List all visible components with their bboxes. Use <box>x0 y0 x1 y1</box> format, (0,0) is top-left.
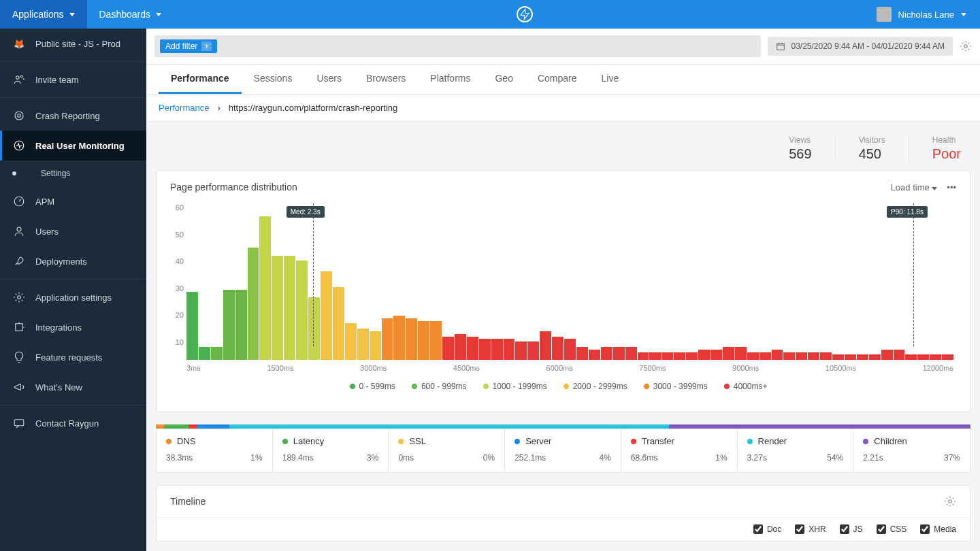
metric-cell-ssl[interactable]: SSL0ms0% <box>389 429 505 472</box>
settings-icon[interactable] <box>960 40 972 52</box>
histogram-bar[interactable] <box>357 329 369 360</box>
metric-cell-children[interactable]: Children2.21s37% <box>853 429 970 472</box>
histogram-bar[interactable] <box>930 354 941 360</box>
histogram-bar[interactable] <box>296 261 308 360</box>
histogram-bar[interactable] <box>321 271 332 360</box>
metric-cell-dns[interactable]: DNS38.3ms1% <box>157 429 273 472</box>
histogram-bar[interactable] <box>772 350 783 360</box>
histogram-bar[interactable] <box>211 347 223 360</box>
histogram-bar[interactable] <box>625 347 637 360</box>
breadcrumb-root[interactable]: Performance <box>159 103 209 113</box>
histogram-bar[interactable] <box>442 337 454 361</box>
sidebar-item-apm[interactable]: APM <box>0 186 146 216</box>
sidebar-item-contact[interactable]: Contact Raygun <box>0 408 146 438</box>
histogram-bar[interactable] <box>515 341 527 360</box>
timeline-check-doc[interactable]: Doc <box>753 524 781 534</box>
histogram-bar[interactable] <box>430 321 442 361</box>
legend-item[interactable]: 1000 - 1999ms <box>483 382 547 391</box>
applications-menu[interactable]: Applications <box>0 0 87 29</box>
metric-cell-latency[interactable]: Latency189.4ms3% <box>273 429 389 472</box>
histogram-bar[interactable] <box>223 290 235 361</box>
histogram-bar[interactable] <box>917 354 929 360</box>
legend-item[interactable]: 600 - 999ms <box>412 382 467 391</box>
timeline-check-js[interactable]: JS <box>840 524 863 534</box>
avatar[interactable] <box>877 7 892 22</box>
histogram-bar[interactable] <box>455 334 466 360</box>
timeline-check-media[interactable]: Media <box>920 524 956 534</box>
histogram-bar[interactable] <box>905 354 917 360</box>
histogram-bar[interactable] <box>662 352 673 361</box>
histogram-bar[interactable] <box>845 354 856 360</box>
histogram-bar[interactable] <box>406 318 417 360</box>
histogram-bar[interactable] <box>479 339 491 360</box>
load-time-selector[interactable]: Load time <box>891 182 938 193</box>
tab-users[interactable]: Users <box>304 65 354 94</box>
histogram-bar[interactable] <box>881 350 893 360</box>
histogram-bar[interactable] <box>259 216 271 360</box>
histogram-bar[interactable] <box>649 352 661 361</box>
dashboards-menu[interactable]: Dashboards <box>87 0 174 29</box>
tab-sessions[interactable]: Sessions <box>242 65 305 94</box>
histogram-bar[interactable] <box>601 347 612 360</box>
legend-item[interactable]: 4000ms+ <box>724 382 768 391</box>
histogram-bar[interactable] <box>186 292 198 360</box>
histogram-bar[interactable] <box>467 337 478 361</box>
histogram-bar[interactable] <box>820 352 832 361</box>
histogram-bar[interactable] <box>199 347 210 360</box>
sidebar-item-rum[interactable]: Real User Monitoring <box>0 131 146 161</box>
checkbox[interactable] <box>920 524 930 534</box>
legend-item[interactable]: 3000 - 3999ms <box>644 382 708 391</box>
tab-compare[interactable]: Compare <box>525 65 589 94</box>
histogram-bar[interactable] <box>832 354 844 360</box>
histogram-bar[interactable] <box>698 350 710 360</box>
histogram-bar[interactable] <box>345 323 357 360</box>
date-range-picker[interactable]: 03/25/2020 9:44 AM - 04/01/2020 9:44 AM <box>768 37 953 56</box>
histogram-bar[interactable] <box>504 339 515 360</box>
histogram-bar[interactable] <box>527 341 539 360</box>
histogram-bar[interactable] <box>894 350 905 360</box>
histogram-bar[interactable] <box>284 256 295 360</box>
timeline-check-xhr[interactable]: XHR <box>795 524 826 534</box>
logo-icon[interactable] <box>517 6 533 22</box>
histogram-bar[interactable] <box>857 354 868 360</box>
add-filter-button[interactable]: Add filter + <box>160 39 217 53</box>
sidebar-item-app[interactable]: 🦊 Public site - JS - Prod <box>0 29 146 59</box>
sidebar-item-deployments[interactable]: Deployments <box>0 246 146 276</box>
histogram-bar[interactable] <box>710 350 722 360</box>
checkbox[interactable] <box>877 524 886 534</box>
checkbox[interactable] <box>753 524 763 534</box>
sidebar-item-crash[interactable]: Crash Reporting <box>0 101 146 131</box>
histogram-bar[interactable] <box>552 337 564 361</box>
histogram-bar[interactable] <box>248 248 259 360</box>
metric-cell-render[interactable]: Render3.27s54% <box>738 429 854 472</box>
histogram-bar[interactable] <box>370 331 381 360</box>
checkbox[interactable] <box>840 524 849 534</box>
legend-item[interactable]: 0 - 599ms <box>350 382 395 391</box>
histogram-bar[interactable] <box>686 352 698 361</box>
histogram-bar[interactable] <box>747 352 759 361</box>
metric-cell-server[interactable]: Server252.1ms4% <box>505 429 621 472</box>
tab-live[interactable]: Live <box>589 65 632 94</box>
histogram-bar[interactable] <box>796 352 807 361</box>
histogram-bar[interactable] <box>382 318 393 360</box>
chevron-down-icon[interactable] <box>961 13 966 16</box>
histogram-bar[interactable] <box>491 339 503 360</box>
histogram-bar[interactable] <box>638 352 649 361</box>
histogram-bar[interactable] <box>333 287 344 360</box>
settings-icon[interactable] <box>944 495 956 507</box>
histogram-bar[interactable] <box>723 347 734 360</box>
sidebar-item-users[interactable]: Users <box>0 216 146 246</box>
sidebar-item-settings-sub[interactable]: Settings <box>0 161 146 186</box>
histogram-bar[interactable] <box>272 256 283 360</box>
filter-area[interactable]: Add filter + <box>154 35 761 57</box>
sidebar-item-whatsnew[interactable]: What's New <box>0 372 146 402</box>
histogram-bar[interactable] <box>869 354 881 360</box>
tab-browsers[interactable]: Browsers <box>354 65 418 94</box>
histogram-bar[interactable] <box>540 331 551 360</box>
histogram-bar[interactable] <box>735 347 747 360</box>
histogram-bar[interactable] <box>576 347 588 360</box>
histogram-bar[interactable] <box>418 321 429 361</box>
histogram-bar[interactable] <box>564 339 576 360</box>
histogram-bar[interactable] <box>783 352 795 361</box>
checkbox[interactable] <box>795 524 804 534</box>
